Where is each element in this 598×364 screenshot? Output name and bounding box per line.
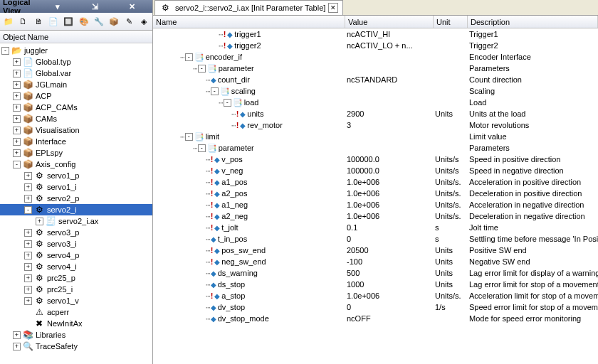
tree-item-servo1-v[interactable]: +⚙servo1_v [0,295,152,306]
param-value[interactable]: ncOFF [345,314,434,323]
parameter-table[interactable]: ⋯!◆trigger1ncACTIV_HITrigger1⋯!◆trigger2… [153,28,598,364]
toolbar-btn-0[interactable]: 📁 [1,14,15,28]
param-value[interactable]: -100 [345,257,434,266]
expand-toggle[interactable]: + [13,149,21,157]
tab-close-button[interactable]: ✕ [328,3,338,13]
expand-toggle[interactable]: - [13,161,21,168]
tree-item-servo4-p[interactable]: +⚙servo4_p [0,250,152,261]
expand-toggle[interactable]: + [24,229,32,237]
expand-toggle[interactable]: + [13,70,21,77]
tree-item-global-typ[interactable]: +📄Global.typ [0,56,152,68]
param-value[interactable]: 3 [345,121,434,129]
param-row-a1_pos[interactable]: ⋯!◆a1_pos1.0e+006Units/s.Acceleration in… [153,176,598,188]
object-tree[interactable]: -📂juggler+📄Global.typ+📄Global.var+📦JGLma… [0,43,152,364]
tree-item-servo4-i[interactable]: +⚙servo4_i [0,261,152,272]
tree-item-eplspy[interactable]: +📦EPLspy [0,147,152,159]
toolbar-btn-5[interactable]: 🎨 [77,14,90,28]
param-row-parameter[interactable]: ⋯-📑parameterParameters [153,63,598,74]
toolbar-btn-1[interactable]: 🗋 [16,14,30,28]
expand-toggle[interactable]: + [13,115,21,123]
tree-item-servo2-p[interactable]: +⚙servo2_p [0,193,152,204]
expand-toggle[interactable]: - [198,65,206,73]
tree-item-global-var[interactable]: +📄Global.var [0,68,152,79]
param-row-encoder_if[interactable]: ⋯-📑encoder_ifEncoder Interface [153,51,598,63]
toolbar-btn-2[interactable]: 🗎 [31,14,45,28]
tree-item-servo3-p[interactable]: +⚙servo3_p [0,227,152,238]
expand-toggle[interactable]: + [13,81,21,89]
tree-item-prc25-i[interactable]: +⚙prc25_i [0,284,152,295]
tree-item-servo2-i-ax[interactable]: +🧾servo2_i.ax [0,215,152,227]
param-value[interactable]: 100000.0 [345,166,434,175]
tree-item-tracesafety[interactable]: +🔍TraceSafety [0,341,152,352]
tree-item-cams[interactable]: +📦CAMs [0,113,152,124]
param-row-t_jolt[interactable]: ⋯!◆t_jolt0.1sJolt time [153,222,598,233]
expand-toggle[interactable]: + [24,286,32,294]
param-value[interactable]: 0 [345,303,434,311]
param-value[interactable]: ncACTIV_HI [345,30,434,38]
expand-toggle[interactable]: + [13,331,21,339]
close-icon[interactable]: ✕ [114,1,150,11]
expand-toggle[interactable]: - [198,144,206,152]
tree-item-juggler[interactable]: -📂juggler [0,45,152,56]
param-value[interactable]: 20500 [345,246,434,255]
param-row-count_dir[interactable]: ⋯◆count_dirncSTANDARDCount direction [153,74,598,85]
tree-item-acp[interactable]: +📦ACP [0,90,152,102]
tree-item-servo1-p[interactable]: +⚙servo1_p [0,170,152,181]
expand-toggle[interactable]: + [36,218,43,225]
tree-item-visualisation[interactable]: +📦Visualisation [0,124,152,136]
tree-item-servo3-i[interactable]: +⚙servo3_i [0,238,152,250]
tree-item-newinitax[interactable]: ✖NewInitAx [0,318,152,329]
expand-toggle[interactable]: + [13,127,21,134]
expand-toggle[interactable]: - [185,133,193,141]
toolbar-btn-3[interactable]: 📄 [47,14,61,28]
expand-toggle[interactable]: - [1,47,9,55]
dropdown-icon[interactable]: ▾ [40,1,75,11]
param-value[interactable]: 1.0e+006 [345,200,434,209]
tree-item-libraries[interactable]: +📚Libraries [0,329,152,341]
expand-toggle[interactable]: + [24,297,32,305]
col-name[interactable]: Name [153,16,345,28]
param-value[interactable]: ncSTANDARD [345,75,434,84]
expand-toggle[interactable]: - [224,99,231,107]
toolbar-btn-4[interactable]: 🔲 [62,14,75,28]
param-row-a_stop[interactable]: ⋯!◆a_stop1.0e+006Units/s.Acceleration li… [153,290,598,301]
param-value[interactable]: 1000 [345,280,434,289]
param-row-load[interactable]: ⋯-📑loadLoad [153,97,598,108]
expand-toggle[interactable]: + [13,343,21,350]
param-row-ds_stop[interactable]: ⋯◆ds_stop1000UnitsLag error limit for st… [153,279,598,290]
expand-toggle[interactable]: - [24,206,32,214]
expand-toggle[interactable]: + [24,263,32,271]
tree-item-jglmain[interactable]: +📦JGLmain [0,79,152,90]
param-row-pos_sw_end[interactable]: ⋯!◆pos_sw_end20500UnitsPositive SW end [153,245,598,256]
expand-toggle[interactable]: + [24,240,32,248]
param-value[interactable]: 1.0e+006 [345,291,434,300]
param-row-a2_neg[interactable]: ⋯!◆a2_neg1.0e+006Units/s.Deceleration in… [153,210,598,222]
col-value[interactable]: Value [345,16,434,28]
col-unit[interactable]: Unit [434,16,468,28]
tree-item-interface[interactable]: +📦Interface [0,136,152,147]
param-row-dv_stop_mode[interactable]: ⋯◆dv_stop_modencOFFMode for speed error … [153,313,598,324]
tree-item-acperr[interactable]: ⚠acperr [0,306,152,318]
tree-item-servo2-i[interactable]: -⚙servo2_i [0,204,152,215]
expand-toggle[interactable]: - [211,87,219,95]
param-row-dv_stop[interactable]: ⋯◆dv_stop01/sSpeed error limit for stop … [153,301,598,313]
param-row-ds_warning[interactable]: ⋯◆ds_warning500UnitsLag error limit for … [153,267,598,279]
param-value[interactable]: ncACTIV_LO + n... [345,41,434,50]
expand-toggle[interactable]: + [24,183,32,191]
expand-toggle[interactable]: + [24,172,32,180]
expand-toggle[interactable]: - [185,53,193,61]
tree-item-axis-config[interactable]: -📦Axis_config [0,159,152,170]
col-description[interactable]: Description [468,16,598,28]
param-row-trigger1[interactable]: ⋯!◆trigger1ncACTIV_HITrigger1 [153,28,598,40]
toolbar-btn-8[interactable]: ✎ [122,14,136,28]
param-value[interactable]: 500 [345,269,434,277]
param-row-rev_motor[interactable]: ⋯!◆rev_motor3Motor revolutions [153,119,598,131]
param-row-a2_pos[interactable]: ⋯!◆a2_pos1.0e+006Units/s.Deceleration in… [153,188,598,199]
tree-item-servo1-i[interactable]: +⚙servo1_i [0,181,152,193]
tab-servo2-i-ax[interactable]: ⚙ servo2_i::servo2_i.ax [Init Parameter … [154,0,343,15]
tree-item-prc25-p[interactable]: +⚙prc25_p [0,272,152,284]
toolbar-btn-7[interactable]: 📦 [107,14,120,28]
expand-toggle[interactable]: + [24,195,32,203]
param-row-parameter[interactable]: ⋯-📑parameterParameters [153,142,598,154]
param-row-units[interactable]: ⋯!◆units2900UnitsUnits at the load [153,108,598,119]
